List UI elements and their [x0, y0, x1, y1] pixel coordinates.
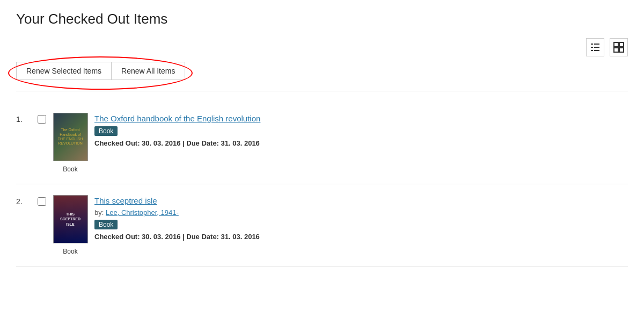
button-row: Renew Selected Items Renew All Items: [16, 62, 628, 80]
grid-view-icon[interactable]: [610, 38, 628, 56]
svg-rect-7: [619, 42, 624, 47]
item-author-2: by: Lee, Christopher, 1941-: [94, 208, 628, 217]
author-prefix: by:: [94, 208, 104, 217]
item-number-2: 2.: [16, 195, 32, 206]
item-title-1[interactable]: The Oxford handbook of the English revol…: [94, 114, 260, 123]
page-title: Your Checked Out Items: [16, 11, 628, 27]
list-item: 1. The Oxford Handbook ofTHE ENGLISHREVO…: [16, 102, 628, 184]
page-container: Your Checked Out Items Renew Selected It…: [0, 0, 644, 277]
book-cover-image-2: THISSCEPTREDISLE: [53, 195, 88, 243]
renew-selected-button[interactable]: Renew Selected Items: [16, 62, 111, 80]
renew-all-button[interactable]: Renew All Items: [111, 62, 185, 80]
item-checkbox-2[interactable]: [38, 197, 46, 206]
book-cover-image-1: The Oxford Handbook ofTHE ENGLISHREVOLUT…: [53, 113, 88, 161]
item-details-2: This sceptred isle by: Lee, Christopher,…: [94, 195, 628, 241]
list-item: 2. THISSCEPTREDISLE Book This sceptred i…: [16, 184, 628, 266]
item-badge-2: Book: [94, 220, 118, 229]
toolbar-row: [16, 38, 628, 56]
item-number-1: 1.: [16, 113, 32, 124]
item-badge-1: Book: [94, 126, 118, 136]
cover-label-1: Book: [63, 165, 77, 173]
item-checkbox-1[interactable]: [38, 115, 46, 124]
svg-rect-9: [619, 48, 624, 52]
cover-label-2: Book: [63, 248, 77, 255]
author-link[interactable]: Lee, Christopher, 1941-: [106, 208, 179, 217]
svg-rect-6: [614, 42, 618, 47]
item-meta-1: Checked Out: 30. 03. 2016 | Due Date: 31…: [94, 139, 628, 147]
item-details-1: The Oxford handbook of the English revol…: [94, 113, 628, 147]
item-title-2[interactable]: This sceptred isle: [94, 196, 157, 205]
svg-rect-8: [614, 48, 618, 52]
divider: [16, 91, 628, 91]
item-meta-2: Checked Out: 30. 03. 2016 | Due Date: 31…: [94, 233, 628, 241]
item-cover-2: THISSCEPTREDISLE Book: [52, 195, 89, 255]
list-view-icon[interactable]: [586, 38, 604, 56]
items-list: 1. The Oxford Handbook ofTHE ENGLISHREVO…: [16, 102, 628, 266]
item-cover-1: The Oxford Handbook ofTHE ENGLISHREVOLUT…: [52, 113, 89, 173]
